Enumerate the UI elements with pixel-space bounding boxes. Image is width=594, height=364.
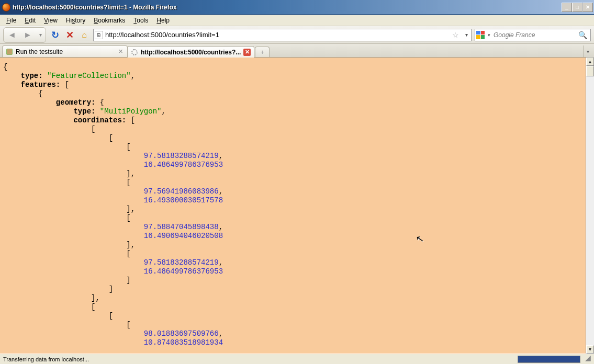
progress-bar [518, 356, 580, 363]
minimize-button[interactable]: _ [562, 3, 572, 12]
json-number: 98.01883697509766 [144, 329, 219, 338]
resize-grip-icon[interactable]: ◢ [582, 355, 591, 363]
back-forward-group: ◄ ► ▾ [3, 27, 46, 43]
home-button[interactable]: ⌂ [79, 29, 90, 41]
json-number: 16.486499786376953 [144, 267, 223, 276]
scroll-track[interactable] [586, 66, 594, 345]
history-dropdown[interactable]: ▾ [36, 28, 45, 42]
navigation-toolbar: ◄ ► ▾ ↻ ✕ ⌂ 🗎 ☆ ▾ ▾ 🔍 [0, 26, 594, 44]
search-bar[interactable]: ▾ 🔍 [475, 29, 591, 41]
json-key: features: [21, 81, 61, 89]
json-viewer: { type: "FeatureCollection", features: [… [0, 58, 586, 354]
window-title: http://localhost:5000/countries?limit=1 … [13, 4, 562, 11]
tab-bar: Run the testsuite ✕ http://localhost:500… [0, 44, 594, 58]
stop-icon: ✕ [66, 29, 74, 41]
scroll-thumb[interactable] [586, 66, 594, 76]
status-bar: Transferring data from localhost... ◢ [0, 354, 594, 364]
scroll-up-button[interactable]: ▲ [586, 58, 594, 66]
json-number: 16.490694046020508 [144, 232, 223, 240]
menu-tools[interactable]: Tools [130, 16, 151, 25]
tab-label: Run the testsuite [16, 48, 114, 55]
reload-button[interactable]: ↻ [49, 29, 61, 41]
json-number: 97.58183288574219 [144, 258, 219, 267]
tab-testsuite[interactable]: Run the testsuite ✕ [2, 46, 128, 57]
reload-icon: ↻ [51, 29, 59, 41]
json-number: 97.58183288574219 [144, 152, 219, 160]
tab-close-icon[interactable]: ✕ [117, 48, 124, 55]
search-icon[interactable]: 🔍 [576, 31, 589, 39]
search-input[interactable] [494, 31, 574, 39]
json-string: "FeatureCollection" [47, 72, 131, 80]
menu-view[interactable]: View [41, 16, 61, 25]
tab-list-dropdown[interactable]: ▾ [584, 46, 592, 57]
page-favicon: 🗎 [95, 31, 103, 39]
new-tab-button[interactable]: + [255, 47, 270, 57]
home-icon: ⌂ [82, 30, 87, 40]
firefox-icon [2, 3, 10, 12]
json-number: 10.874083518981934 [144, 338, 223, 347]
json-key: geometry: [56, 98, 96, 107]
json-string: "MultiPolygon" [100, 107, 162, 116]
loading-spinner-icon [131, 49, 138, 56]
menu-help[interactable]: Help [153, 16, 173, 25]
content-area: { type: "FeatureCollection", features: [… [0, 58, 594, 354]
close-button[interactable]: ✕ [582, 3, 593, 12]
search-engine-dropdown[interactable]: ▾ [487, 32, 491, 38]
menu-file[interactable]: File [3, 16, 19, 25]
json-number: 16.486499786376953 [144, 161, 223, 169]
menu-history[interactable]: History [63, 16, 88, 25]
tab-close-icon[interactable]: ✕ [243, 49, 251, 56]
window-titlebar: http://localhost:5000/countries?limit=1 … [0, 0, 594, 15]
status-text: Transferring data from localhost... [3, 356, 515, 362]
window-buttons: _ □ ✕ [562, 3, 593, 12]
url-input[interactable] [105, 31, 448, 39]
json-key: coordinates: [73, 116, 126, 124]
json-number: 97.56941986083986 [144, 187, 219, 196]
maximize-button[interactable]: □ [572, 3, 582, 12]
tab-icon [6, 48, 13, 55]
bookmark-star-icon[interactable]: ☆ [450, 31, 461, 39]
forward-button[interactable]: ► [20, 28, 36, 42]
json-key: type: [21, 72, 43, 80]
menu-edit[interactable]: Edit [21, 16, 39, 25]
tab-label: http://localhost:5000/countries?... [141, 49, 241, 56]
json-number: 97.58847045898438 [144, 223, 219, 231]
menu-bookmarks[interactable]: Bookmarks [91, 16, 128, 25]
url-dropdown-icon[interactable]: ▾ [463, 32, 470, 38]
json-key: type: [73, 107, 95, 116]
progress-fill [518, 356, 580, 362]
stop-button[interactable]: ✕ [64, 29, 75, 41]
scroll-down-button[interactable]: ▼ [586, 345, 594, 354]
vertical-scrollbar[interactable]: ▲ ▼ [586, 58, 594, 354]
menu-bar: File Edit View History Bookmarks Tools H… [0, 15, 594, 26]
json-number: 16.493000030517578 [144, 196, 223, 204]
tab-countries[interactable]: http://localhost:5000/countries?... ✕ [127, 46, 254, 58]
google-icon [476, 31, 485, 39]
url-bar[interactable]: 🗎 ☆ ▾ [93, 29, 472, 41]
back-button[interactable]: ◄ [4, 28, 20, 42]
